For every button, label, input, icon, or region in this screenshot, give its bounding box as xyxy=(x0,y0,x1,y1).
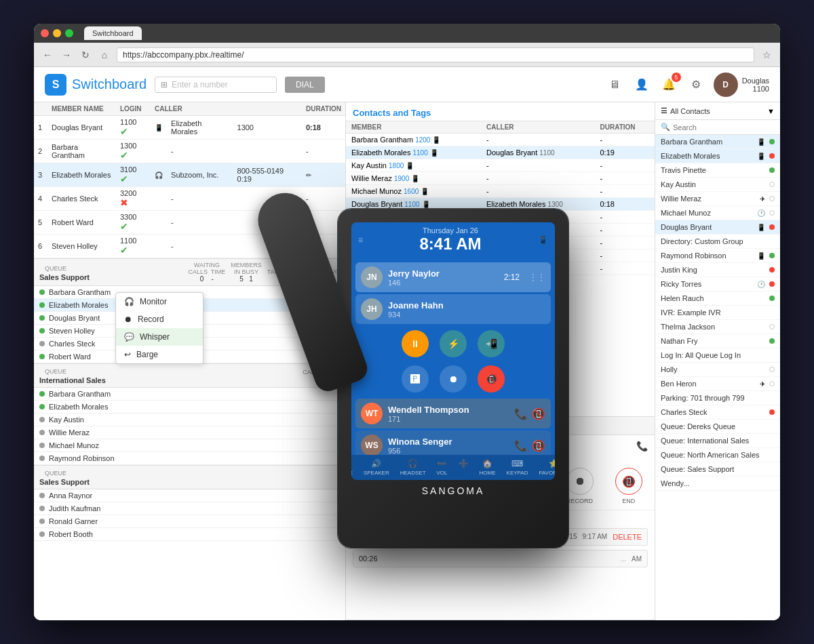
contact-row[interactable]: Michael Munoz 1600 📱 - - xyxy=(346,185,655,198)
settings-icon[interactable]: ⚙ xyxy=(686,75,705,94)
table-row[interactable]: 2 Barbara Grantham 1300 ✔ - - xyxy=(34,140,345,163)
notification-badge: 5 xyxy=(672,73,681,82)
bookmark-button[interactable]: ☆ xyxy=(760,48,773,62)
hold-button[interactable]: ⏸ HOLD xyxy=(358,468,385,504)
contact-item-directory[interactable]: Directory: Custom Group xyxy=(655,235,780,249)
dial-button[interactable]: DIAL xyxy=(285,77,325,93)
contact-item-charles[interactable]: Charles Steck xyxy=(655,405,780,420)
call-actions: ⏸ HOLD 📲 TRANSFER 📨 VOICEMAIL xyxy=(353,468,648,504)
queue-member[interactable]: Raymond Robinson xyxy=(34,452,345,465)
contact-row[interactable]: Helen Rauch 1110 - - xyxy=(346,249,655,262)
search-input[interactable] xyxy=(673,123,775,132)
contact-item-holly[interactable]: Holly xyxy=(655,363,780,377)
contact-item-ricky[interactable]: Ricky Torres 🕐 xyxy=(655,277,780,291)
contact-item-elizabeth[interactable]: Elizabeth Morales 📱 xyxy=(655,149,780,163)
contact-item-willie[interactable]: Willie Meraz ✈ xyxy=(655,192,780,206)
queue-member[interactable]: Ronald Garner xyxy=(34,515,345,528)
col-duration: DURATION xyxy=(594,121,655,134)
contact-row[interactable]: Kay Austin 1800 📱 - - xyxy=(346,159,655,172)
contact-item-barbara[interactable]: Barbara Grantham 📱 xyxy=(655,135,780,149)
contact-item-thelma[interactable]: Thelma Jackson xyxy=(655,320,780,334)
voicemail-item-2[interactable]: 00:26 ... AM xyxy=(353,550,648,567)
contact-item-travis[interactable]: Travis Pinette xyxy=(655,163,780,178)
filter-label[interactable]: All Contacts xyxy=(670,107,764,115)
contact-item-login[interactable]: Log In: All Queue Log In xyxy=(655,348,780,363)
contact-item-helen[interactable]: Helen Rauch xyxy=(655,291,780,306)
contact-item-queue-intl[interactable]: Queue: International Sales xyxy=(655,434,780,448)
reload-button[interactable]: ↻ xyxy=(79,48,92,62)
contact-item-raymond[interactable]: Raymond Robinson 📱 xyxy=(655,249,780,263)
queue-member[interactable]: Kay Austin xyxy=(34,414,345,426)
header-icons: 🖥 👤 🔔5 ⚙ D Douglas 1100 xyxy=(605,73,769,97)
menu-record[interactable]: ⏺ Record xyxy=(116,310,203,328)
dialer-input[interactable]: ⊞ Enter a number xyxy=(155,77,277,93)
contact-item-michael[interactable]: Michael Munoz 🕐 xyxy=(655,206,780,220)
contact-item-nathan[interactable]: Nathan Fry xyxy=(655,334,780,348)
contact-row[interactable]: Barbara Grantham 1200 📱 - - xyxy=(346,134,655,146)
queue-member[interactable]: Elizabeth Morales xyxy=(34,401,345,414)
contact-item-parking[interactable]: Parking: 701 through 799 xyxy=(655,391,780,405)
contact-row[interactable]: Justin King 1500 📱 - - xyxy=(346,224,655,237)
notifications-icon[interactable]: 🔔5 xyxy=(659,75,678,94)
minimize-button[interactable] xyxy=(53,29,61,37)
table-row[interactable]: 6 Steven Holley 1100 ✔ - - xyxy=(34,235,345,258)
browser-nav: ← → ↻ ⌂ https://abccompany.pbx./realtime… xyxy=(34,43,780,67)
voicemail-icon: 📨 xyxy=(465,468,492,495)
table-row[interactable]: 3 Elizabeth Morales 3100 ✔ 🎧 Subzoom, In… xyxy=(34,163,345,187)
url-bar[interactable]: https://abccompany.pbx./realtime/ xyxy=(117,47,754,62)
browser-tab[interactable]: Switchboard xyxy=(84,26,142,40)
contact-item-queue-dereks[interactable]: Queue: Dereks Queue xyxy=(655,420,780,434)
voicemail-button[interactable]: 📨 VOICEMAIL xyxy=(462,468,495,504)
queue-name: Sales Support xyxy=(39,273,90,281)
voicemail-item[interactable]: 00:26 1/29/15 9:17 AM DELETE xyxy=(353,528,648,546)
contact-row[interactable]: Willie Meraz 1900 📱 - - xyxy=(346,172,655,185)
menu-whisper[interactable]: 💬 Whisper xyxy=(116,328,203,346)
queue-name: International Sales xyxy=(39,376,106,384)
contact-item-douglas[interactable]: Douglas Bryant 📱 xyxy=(655,220,780,235)
contact-item-ivr[interactable]: IVR: Example IVR xyxy=(655,306,780,320)
status-dot xyxy=(769,139,775,144)
contact-item-kay[interactable]: Kay Austin xyxy=(655,178,780,192)
end-button[interactable]: 📵 END xyxy=(615,468,642,504)
park-button[interactable]: 🅿 PARK xyxy=(517,468,544,504)
menu-barge[interactable]: ↩ Barge xyxy=(116,346,203,363)
record-icon: ⏺ xyxy=(124,315,132,324)
table-row[interactable]: 1 Douglas Bryant 1100 ✔ 📱 Elizabeth Mora… xyxy=(34,116,345,140)
record-button[interactable]: ⏺ RECORD xyxy=(566,468,594,504)
contact-item-justin[interactable]: Justin King xyxy=(655,263,780,277)
contact-row[interactable]: Elizabeth Morales 1100 📱 Douglas Bryant … xyxy=(346,146,655,159)
main-content: MEMBER NAME LOGIN CALLER DURATION 1 Doug… xyxy=(34,102,780,620)
contact-row[interactable]: Douglas Bryant 1100 📱 Elizabeth Morales … xyxy=(346,198,655,211)
monitor-icon[interactable]: 🖥 xyxy=(605,75,624,94)
table-row[interactable]: 5 Robert Ward 3300 ✔ - - xyxy=(34,211,345,235)
queue-member[interactable]: Judith Kaufman xyxy=(34,502,345,515)
menu-monitor[interactable]: 🎧 Monitor xyxy=(116,293,203,310)
transfer-button[interactable]: 📲 TRANSFER xyxy=(407,468,440,504)
table-row[interactable]: 4 Charles Steck 3200 ✖ - - xyxy=(34,187,345,211)
dropdown-icon[interactable]: ▼ xyxy=(767,107,775,115)
contact-item-queue-sales[interactable]: Queue: Sales Support xyxy=(655,462,780,477)
contact-item-wendy[interactable]: Wendy... xyxy=(655,477,780,491)
dialer-placeholder: Enter a number xyxy=(172,80,228,89)
queue-section-intl: QUEUE International Sales CALLS TIME 0 - xyxy=(34,363,345,388)
contact-item-queue-na[interactable]: Queue: North American Sales xyxy=(655,448,780,462)
queue-member[interactable]: Anna Raynor xyxy=(34,489,345,502)
back-button[interactable]: ← xyxy=(41,48,54,62)
queue-member[interactable]: Willie Meraz xyxy=(34,426,345,439)
queue-member[interactable]: Michael Munoz xyxy=(34,439,345,452)
status-dot xyxy=(769,196,775,201)
queue-member[interactable]: Robert Booth xyxy=(34,528,345,541)
maximize-button[interactable] xyxy=(65,29,73,37)
voicemail-title: Voicemail xyxy=(353,515,648,524)
home-button[interactable]: ⌂ xyxy=(98,48,111,62)
forward-button[interactable]: → xyxy=(60,48,73,62)
contacts-icon[interactable]: 👤 xyxy=(632,75,651,94)
delete-voicemail[interactable]: DELETE xyxy=(613,533,642,541)
contact-row[interactable]: Intercom: User 1700 📱 - - xyxy=(346,262,655,275)
contacts-search-bar[interactable]: 🔍 xyxy=(655,120,780,135)
contact-row[interactable]: Raymond Robinson 1400 📱 - - xyxy=(346,211,655,224)
close-button[interactable] xyxy=(41,29,49,37)
contact-item-ben[interactable]: Ben Heron ✈ xyxy=(655,377,780,391)
queue-member[interactable]: Barbara Grantham xyxy=(34,388,345,401)
contact-row[interactable]: David Taylor 1220 📱 - - xyxy=(346,237,655,249)
